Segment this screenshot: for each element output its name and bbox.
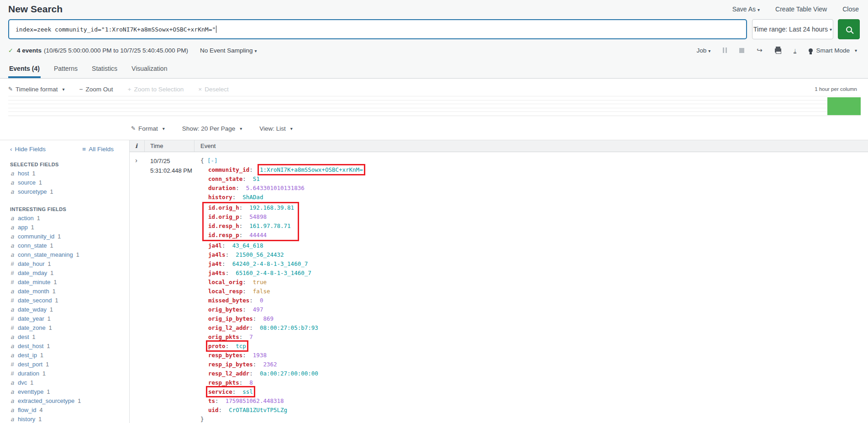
field-name[interactable]: date_zone xyxy=(18,324,46,331)
per-page-dropdown[interactable]: Show: 20 Per Page▾ xyxy=(182,125,242,132)
expand-chevron-icon[interactable]: › xyxy=(135,156,137,164)
field-name[interactable]: conn_state xyxy=(18,242,47,249)
json-value[interactable]: 08:00:27:05:b7:93 xyxy=(260,324,318,331)
field-name[interactable]: source xyxy=(18,179,36,186)
field-item-dest_host[interactable]: adest_host1 xyxy=(0,343,129,352)
field-item-date_month[interactable]: adate_month1 xyxy=(0,288,129,297)
zoom-to-selection-button[interactable]: +Zoom to Selection xyxy=(128,86,184,93)
json-key[interactable]: resp_ip_bytes xyxy=(208,361,253,368)
json-value[interactable]: 64240_2-4-8-1-3_1460_7 xyxy=(232,260,308,267)
search-button[interactable] xyxy=(838,19,860,39)
field-name[interactable]: date_year xyxy=(18,315,44,322)
json-value[interactable]: 7 xyxy=(249,333,253,340)
field-name[interactable]: flow_id xyxy=(18,407,36,413)
field-name[interactable]: dest_port xyxy=(18,361,42,368)
json-value[interactable]: 54898 xyxy=(249,213,267,220)
field-item-date_wday[interactable]: adate_wday1 xyxy=(0,306,129,315)
json-key[interactable]: duration xyxy=(208,185,236,191)
field-name[interactable]: dest_ip xyxy=(18,352,37,359)
print-icon[interactable] xyxy=(775,48,781,53)
pause-icon[interactable] xyxy=(723,48,727,53)
field-item-flow_id[interactable]: aflow_id4 xyxy=(0,407,129,416)
field-name[interactable]: date_hour xyxy=(18,260,45,267)
field-name[interactable]: dest xyxy=(18,333,29,340)
field-name[interactable]: dest_host xyxy=(18,343,43,349)
json-key[interactable]: local_orig xyxy=(208,279,242,286)
json-key[interactable]: conn_state xyxy=(208,175,242,182)
timeline-format-dropdown[interactable]: ✎Timeline format▾ xyxy=(8,86,65,93)
field-name[interactable]: date_second xyxy=(18,297,52,304)
json-value[interactable]: 5.643301010131836 xyxy=(246,185,305,191)
field-name[interactable]: sourcetype xyxy=(18,188,47,195)
field-item-action[interactable]: aaction1 xyxy=(0,215,129,224)
json-value[interactable]: 44444 xyxy=(249,232,267,238)
json-value[interactable]: 1759851062.448318 xyxy=(226,397,284,404)
json-value[interactable]: 0a:00:27:00:00:00 xyxy=(260,370,318,377)
json-value[interactable]: 65160_2-4-8-1-3_1460_7 xyxy=(236,270,311,276)
field-name[interactable]: eventtype xyxy=(18,388,43,395)
field-item-dest_port[interactable]: #dest_port1 xyxy=(0,361,129,370)
json-key[interactable]: orig_bytes xyxy=(208,306,242,313)
field-name[interactable]: conn_state_meaning xyxy=(18,251,73,258)
json-value[interactable]: 2362 xyxy=(263,361,277,368)
timeline-bar[interactable] xyxy=(827,97,861,115)
json-value[interactable]: 21500_56_24432 xyxy=(236,251,284,258)
field-item-conn_state[interactable]: aconn_state1 xyxy=(0,242,129,251)
json-value[interactable]: 0 xyxy=(260,297,263,304)
json-value[interactable]: 8 xyxy=(249,379,253,386)
field-item-dvc[interactable]: advc1 xyxy=(0,379,129,388)
field-name[interactable]: extracted_sourcetype xyxy=(18,397,74,404)
field-name[interactable]: community_id xyxy=(18,233,54,240)
json-value[interactable]: 43_64_618 xyxy=(232,242,263,249)
view-dropdown[interactable]: View: List▾ xyxy=(259,125,293,132)
field-item-date_second[interactable]: #date_second1 xyxy=(0,297,129,306)
json-value[interactable]: 192.168.39.81 xyxy=(249,204,294,211)
field-item-date_mday[interactable]: #date_mday1 xyxy=(0,270,129,279)
stop-icon[interactable] xyxy=(739,48,744,53)
all-fields-button[interactable]: ≡All Fields xyxy=(82,146,114,153)
json-value[interactable]: 497 xyxy=(253,306,263,313)
json-value[interactable]: 869 xyxy=(263,315,274,322)
json-key[interactable]: id.resp_h xyxy=(208,222,239,229)
json-collapse-toggle[interactable]: [-] xyxy=(207,157,218,164)
json-key[interactable]: ja4ts xyxy=(208,270,226,276)
json-value[interactable]: CrOTAB1ZUtvTP5LZg xyxy=(229,407,287,413)
field-item-source[interactable]: asource1 xyxy=(0,179,129,188)
field-item-date_hour[interactable]: #date_hour1 xyxy=(0,260,129,270)
job-menu-button[interactable]: Job▾ xyxy=(697,47,711,54)
json-key[interactable]: resp_pkts xyxy=(208,379,239,386)
json-value[interactable]: 161.97.78.71 xyxy=(249,222,290,229)
json-key[interactable]: id.orig_p xyxy=(208,213,239,220)
hide-fields-button[interactable]: ‹Hide Fields xyxy=(10,146,46,153)
json-key[interactable]: local_resp xyxy=(208,288,242,295)
field-name[interactable]: date_minute xyxy=(18,279,51,286)
json-key[interactable]: community_id xyxy=(208,166,249,173)
time-range-picker[interactable]: Time range: Last 24 hours▾ xyxy=(752,19,833,39)
json-key[interactable]: uid xyxy=(208,407,219,413)
json-key[interactable]: id.resp_p xyxy=(208,232,239,238)
field-name[interactable]: duration xyxy=(18,370,39,377)
deselect-button[interactable]: ×Deselect xyxy=(198,86,228,93)
json-value[interactable]: ssl xyxy=(242,388,253,395)
json-key[interactable]: orig_pkts xyxy=(208,333,239,340)
tab-patterns[interactable]: Patterns xyxy=(53,62,79,78)
field-name[interactable]: history xyxy=(18,416,35,423)
json-key[interactable]: resp_l2_addr xyxy=(208,370,249,377)
json-key[interactable]: orig_ip_bytes xyxy=(208,315,253,322)
field-item-host[interactable]: ahost1 xyxy=(0,170,129,179)
json-key[interactable]: ts xyxy=(208,397,215,404)
field-item-eventtype[interactable]: aeventtype1 xyxy=(0,388,129,397)
json-key[interactable]: history xyxy=(208,194,232,201)
field-name[interactable]: date_wday xyxy=(18,306,47,313)
share-icon[interactable]: ↪ xyxy=(757,46,763,54)
field-item-dest_ip[interactable]: adest_ip1 xyxy=(0,352,129,361)
event-sampling-dropdown[interactable]: No Event Sampling▾ xyxy=(200,47,257,54)
json-value[interactable]: tcp xyxy=(236,343,246,349)
json-key[interactable]: resp_bytes xyxy=(208,352,242,359)
field-item-date_zone[interactable]: #date_zone1 xyxy=(0,324,129,333)
field-item-history[interactable]: ahistory1 xyxy=(0,416,129,423)
json-key[interactable]: ja4l xyxy=(208,242,222,249)
field-name[interactable]: date_month xyxy=(18,288,49,295)
field-item-sourcetype[interactable]: asourcetype1 xyxy=(0,188,129,197)
field-item-duration[interactable]: #duration1 xyxy=(0,370,129,379)
